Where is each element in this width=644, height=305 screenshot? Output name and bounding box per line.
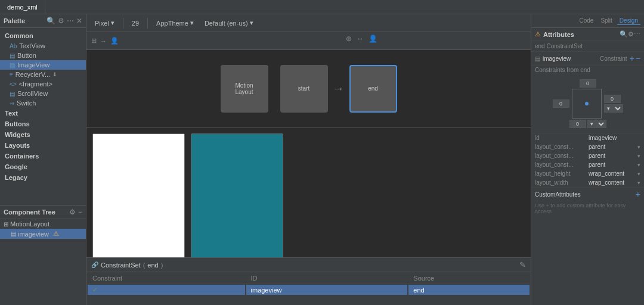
end-node[interactable]: end — [349, 65, 397, 113]
constraint-set-close-paren: ) — [161, 262, 163, 269]
custom-hint-text: Use + to add custom attribute for easy a… — [535, 203, 626, 214]
col-id: ID — [246, 273, 408, 284]
attr-width-text: wrap_content — [589, 179, 624, 186]
constraint-top-input[interactable] — [580, 79, 596, 88]
tree-item-motionlayout[interactable]: ⊞ MotionLayout — [0, 219, 86, 229]
palette-category-widgets[interactable]: Widgets — [0, 129, 86, 140]
palette-category-layouts[interactable]: Layouts — [0, 140, 86, 151]
locale-selector[interactable]: Default (en-us) ▾ — [201, 18, 257, 28]
palette-more-icon[interactable]: ⋯ — [67, 17, 74, 25]
fragment-icon: <> — [10, 81, 17, 88]
left-column: Palette 🔍 ⚙ ⋯ ✕ Common Ab TextView ▤ But… — [0, 14, 86, 305]
diag-top-input-row — [580, 79, 596, 88]
palette-category-buttons[interactable]: Buttons — [0, 119, 86, 129]
transition-icon[interactable]: → — [100, 38, 107, 45]
palette-item-button-label: Button — [17, 52, 36, 59]
palette-item-recyclerview[interactable]: ≡ RecyclerV... ⬇ — [0, 70, 86, 79]
preview-constraint-area: 🤖 🤖 🔗 ConstraintSet ( end ) — [86, 127, 531, 305]
motion-person2-icon[interactable]: 👤 — [369, 35, 377, 43]
center-area: Pixel ▾ 29 AppTheme ▾ Default (en-us) ▾ … — [86, 14, 531, 305]
constraint-dot — [585, 102, 589, 105]
tab-split[interactable]: Split — [598, 17, 614, 25]
palette-settings-icon[interactable]: ⚙ — [58, 17, 64, 25]
palette-items: Common Ab TextView ▤ Button ▤ ImageView … — [0, 28, 86, 205]
tab-code[interactable]: Code — [577, 17, 596, 25]
start-node[interactable]: start — [280, 65, 328, 113]
tree-item-imageview-label: imageview — [18, 231, 49, 238]
palette-category-text[interactable]: Text — [0, 108, 86, 119]
attributes-settings-icon[interactable]: ⚙ — [628, 30, 634, 38]
constraint-set-label: ConstraintSet — [101, 262, 141, 269]
theme-selector[interactable]: AppTheme ▾ — [153, 18, 197, 28]
switch-icon: ⇒ — [10, 100, 14, 107]
palette-search-icon[interactable]: 🔍 — [47, 17, 55, 25]
palette-close-icon[interactable]: ✕ — [76, 17, 82, 25]
tree-header: Component Tree ⚙ − — [0, 206, 86, 219]
pixel-selector[interactable]: Pixel ▾ — [91, 18, 118, 28]
motion-icon[interactable]: ⊞ — [91, 37, 97, 45]
table-row[interactable]: ✓ imageview end — [88, 285, 530, 295]
diag-bottom-row: ▾ — [569, 120, 606, 128]
breadcrumb-text: end ConstraintSet — [535, 43, 583, 49]
constraint-edit-icon[interactable]: ✎ — [519, 260, 526, 269]
download-icon: ⬇ — [52, 71, 57, 77]
main-layout: Palette 🔍 ⚙ ⋯ ✕ Common Ab TextView ▤ But… — [0, 14, 644, 305]
palette-item-recyclerview-label: RecyclerV... — [16, 71, 50, 78]
palette-category-legacy[interactable]: Legacy — [0, 172, 86, 183]
tree-settings-icon[interactable]: ⚙ — [69, 208, 76, 216]
palette-item-switch-label: Switch — [17, 99, 36, 107]
pixel-label: Pixel — [95, 20, 109, 27]
center-icons-toolbar: ⊞ → 👤 — [86, 32, 531, 50]
motion-arrows-row: start → end — [280, 65, 397, 113]
palette-item-textview[interactable]: Ab TextView — [0, 41, 86, 51]
attributes-more-icon[interactable]: ⋯ — [634, 30, 640, 38]
constraint-bottom-select[interactable]: ▾ — [587, 120, 606, 128]
breadcrumb: end ConstraintSet — [531, 41, 644, 52]
col-source: Source — [408, 273, 530, 284]
imageview-icon-attr: ▤ — [535, 55, 540, 62]
preview-end: 🤖 — [191, 133, 283, 257]
palette-panel: Palette 🔍 ⚙ ⋯ ✕ Common Ab TextView ▤ But… — [0, 14, 86, 205]
palette-category-google[interactable]: Google — [0, 161, 86, 172]
constraint-link-icon: 🔗 — [91, 262, 98, 268]
tree-item-warning-icon: ⚠ — [53, 230, 59, 238]
motion-expand-icon[interactable]: ⊕ — [346, 35, 352, 43]
custom-attributes-hint: Use + to add custom attribute for easy a… — [531, 201, 644, 216]
constraint-bottom-input[interactable] — [569, 120, 586, 128]
tab-demo-xml-label: demo_xml — [7, 4, 38, 11]
tab-design[interactable]: Design — [617, 17, 640, 25]
constraint-plus-icon[interactable]: + — [630, 54, 634, 63]
button-icon: ▤ — [10, 52, 15, 59]
attr-layout-const3-text: parent — [589, 161, 605, 168]
attr-fields: id imageview layout_const... parent ▾ la… — [531, 133, 644, 187]
custom-attributes-plus-icon[interactable]: + — [636, 189, 640, 199]
attr-row-layout-const-1: layout_const... parent ▾ — [531, 142, 644, 151]
constraint-right-select[interactable]: ▾ — [604, 104, 623, 113]
tree-minus-icon[interactable]: − — [78, 208, 82, 216]
palette-item-scrollview[interactable]: ▤ ScrollView — [0, 89, 86, 98]
attr-layout-const2-label: layout_const... — [535, 152, 589, 159]
tree-item-imageview[interactable]: ▤ imageview ⚠ — [0, 229, 86, 239]
palette-item-switch[interactable]: ⇒ Switch — [0, 98, 86, 108]
tree-title: Component Tree — [4, 208, 67, 216]
palette-item-button[interactable]: ▤ Button — [0, 51, 86, 60]
palette-category-common[interactable]: Common — [0, 30, 86, 41]
motion-arrow-icon[interactable]: ↔ — [357, 35, 364, 43]
attributes-search-icon[interactable]: 🔍 — [620, 30, 628, 38]
palette-category-containers[interactable]: Containers — [0, 151, 86, 161]
tab-demo-xml[interactable]: demo_xml — [0, 0, 45, 14]
palette-item-fragment[interactable]: <> <fragment> — [0, 79, 86, 89]
motion-layout-node[interactable]: MotionLayout — [221, 65, 268, 113]
preview-start: 🤖 — [92, 133, 185, 257]
zoom-control[interactable]: 29 — [128, 18, 143, 28]
constraint-right-input[interactable] — [604, 95, 621, 103]
motion-diagram: ⊕ ↔ 👤 MotionLayout start → end — [86, 50, 531, 127]
person-icon[interactable]: 👤 — [110, 37, 119, 45]
custom-attributes-header: CustomAttributes + — [531, 187, 644, 201]
scrollview-icon: ▤ — [10, 91, 15, 97]
theme-label: AppTheme — [156, 20, 188, 27]
constraint-minus-icon[interactable]: − — [636, 54, 640, 63]
constraint-left-input[interactable] — [553, 99, 569, 108]
attr-row-layout-const-2: layout_const... parent ▾ — [531, 151, 644, 160]
palette-item-imageview[interactable]: ▤ ImageView — [0, 60, 86, 70]
